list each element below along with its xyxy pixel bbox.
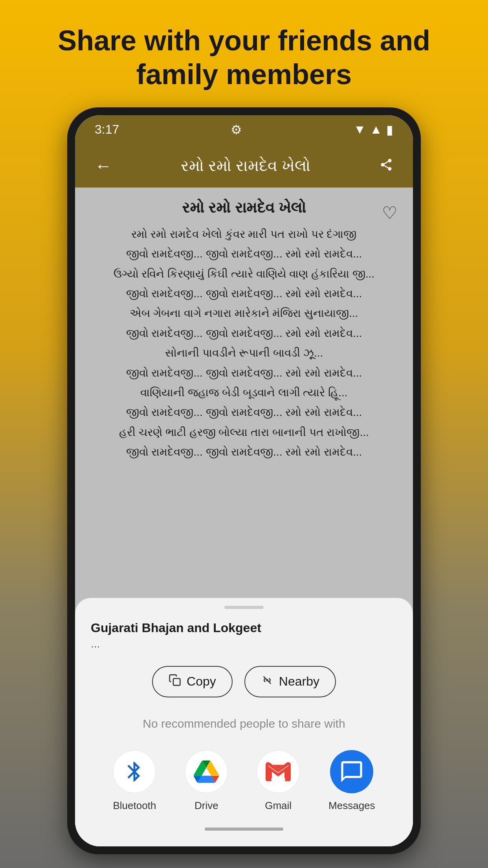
- status-icons: ▼ ▲ ▮: [354, 122, 393, 137]
- lyrics-text: રમો રમો રામદેવ ખેલો કુંવર મારી પત રાખો પ…: [91, 224, 397, 462]
- app-bar: ← રમો રમો રામદેવ ખેલો: [75, 144, 413, 188]
- drive-app-icon: [185, 750, 228, 793]
- lyrics-line-10: જીવો રામદેવજી... જીવો રામદેવજી... રમો રમ…: [91, 403, 397, 422]
- header-title: Share with your friends and family membe…: [0, 0, 488, 107]
- gmail-app-icon: [257, 750, 300, 793]
- status-time: 3:17: [95, 122, 119, 137]
- status-bar: 3:17 ⚙ ▼ ▲ ▮: [75, 115, 413, 144]
- song-title: રમો રમો રામદેવ ખેલો: [91, 199, 397, 217]
- lyrics-line-12: જીવો રામદેવજી... જીવો રામદેવજી... રમો રમ…: [91, 442, 397, 462]
- nearby-button[interactable]: Nearby: [244, 666, 336, 697]
- messages-label: Messages: [328, 800, 375, 812]
- nearby-label: Nearby: [279, 674, 319, 689]
- lyrics-container: રમો રમો રામદેવ ખેલો ♡ રમો રમો રામદેવ ખેલ…: [75, 188, 413, 598]
- favorite-button[interactable]: ♡: [382, 203, 397, 223]
- signal-icon: ▲: [370, 122, 382, 137]
- lyrics-line-4: જીવો રામદેવજી... જીવો રામદેવજી... રમો રમ…: [91, 284, 397, 303]
- gmail-label: Gmail: [265, 800, 292, 812]
- lyrics-line-3: ઉગ્યો રવિને કિરણાયું કિઘી ત્યારે વાણિયે …: [91, 264, 397, 284]
- content-area: રમો રમો રામદેવ ખેલો ♡ રમો રમો રામદેવ ખેલ…: [75, 188, 413, 846]
- share-actions: Copy Nearby: [91, 666, 397, 697]
- lyrics-line-11: હરી ચરણે ભાટી હરજી બોલ્યા તારા બાનાની પત…: [91, 423, 397, 442]
- nearby-icon: [261, 674, 273, 690]
- svg-rect-0: [173, 679, 180, 685]
- share-app-name: Gujarati Bhajan and Lokgeet: [91, 621, 397, 635]
- phone-screen: 3:17 ⚙ ▼ ▲ ▮ ← રમો રમો રામદેવ ખેલો રમો ર…: [75, 115, 413, 846]
- lyrics-line-8: જીવો રામદેવજી... જીવો રામદેવજી... રમો રમ…: [91, 363, 397, 383]
- gmail-app-item[interactable]: Gmail: [257, 750, 300, 812]
- sheet-handle: [224, 606, 264, 609]
- lyrics-line-6: જીવો રામદેવજી... જીવો રામદેવજી... રમો રમ…: [91, 324, 397, 343]
- copy-icon: [169, 674, 181, 690]
- home-indicator: [205, 828, 283, 831]
- status-settings-icon: ⚙: [231, 122, 242, 137]
- drive-app-item[interactable]: Drive: [185, 750, 228, 812]
- lyrics-line-9: વાણિયાની જહાજ બેડી બૂડવાને લાગી ત્યારે હ…: [91, 383, 397, 403]
- share-sheet: Gujarati Bhajan and Lokgeet ... Copy: [75, 598, 413, 846]
- bluetooth-app-icon: [113, 750, 156, 793]
- copy-label: Copy: [187, 674, 216, 689]
- lyrics-line-5: એબ ગેબના વાગે નગારા મારેકાને મંજિરા સુના…: [91, 303, 397, 323]
- app-bar-title: રમો રમો રામદેવ ખેલો: [181, 157, 310, 175]
- back-button[interactable]: ←: [91, 152, 116, 180]
- drive-label: Drive: [194, 800, 218, 812]
- share-button[interactable]: [375, 152, 397, 180]
- messages-app-item[interactable]: Messages: [328, 750, 375, 812]
- messages-app-icon: [330, 750, 373, 793]
- bluetooth-label: Bluetooth: [113, 800, 156, 812]
- phone-frame: 3:17 ⚙ ▼ ▲ ▮ ← રમો રમો રામદેવ ખેલો રમો ર…: [67, 107, 421, 854]
- lyrics-line-1: રમો રમો રામદેવ ખેલો કુંવર મારી પત રાખો પ…: [91, 224, 397, 244]
- no-people-text: No recommended people to share with: [91, 717, 397, 730]
- battery-icon: ▮: [386, 122, 393, 137]
- lyrics-line-2: જીવો રામદેવજી... જીવો રામદેવજી... રમો રમ…: [91, 244, 397, 264]
- apps-row: Bluetooth: [91, 750, 397, 824]
- share-subtitle: ...: [91, 638, 397, 650]
- lyrics-line-7: સોનાની પાવડીને રૂપાની બાવડી ઝૂૂ...: [91, 343, 397, 363]
- wifi-icon: ▼: [354, 122, 366, 137]
- bluetooth-app-item[interactable]: Bluetooth: [113, 750, 156, 812]
- copy-button[interactable]: Copy: [152, 666, 233, 697]
